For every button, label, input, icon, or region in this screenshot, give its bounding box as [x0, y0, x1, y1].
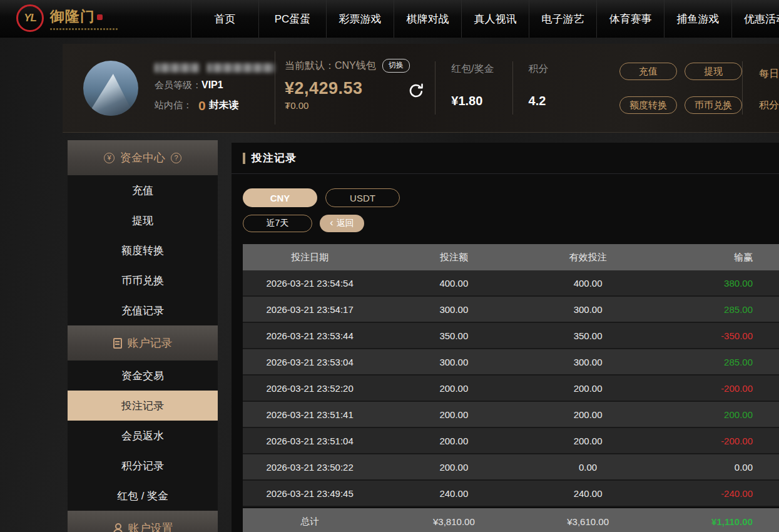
table-footer-row: 总计 ¥3,810.00 ¥3,610.00 ¥1,110.00	[243, 508, 779, 532]
wallet-section: 当前默认：CNY钱包 切换 ¥2,429.53 ₮0.00	[275, 44, 435, 132]
footer-total-winloss: ¥1,110.00	[645, 516, 779, 527]
inbox-unit: 封未读	[209, 99, 239, 112]
nav-item-promotions[interactable]: 优惠活动	[731, 0, 779, 38]
nav-item-pcdandan[interactable]: PC蛋蛋	[258, 0, 326, 38]
bonus-value: ¥1.80	[451, 94, 512, 108]
cell-bet: 200.00	[387, 436, 521, 446]
page-title: 投注记录	[252, 151, 297, 165]
record-book-icon	[113, 338, 122, 349]
sidebar-section-funds-center[interactable]: ¥ 资金中心 ?	[68, 140, 218, 175]
date-range-button[interactable]: 近7天	[243, 215, 312, 232]
cell-valid: 300.00	[521, 304, 655, 315]
username-blur-block	[207, 63, 275, 73]
table-row: 2026-03-21 23:51:41 200.00 200.00 200.00	[243, 402, 779, 428]
footer-total-label: 总计	[243, 516, 377, 528]
cell-winloss: -240.00	[645, 488, 779, 499]
coin-icon: ¥	[104, 153, 115, 163]
table-row: 2026-03-21 23:52:20 200.00 200.00 -200.0…	[243, 376, 779, 402]
quota-transfer-button[interactable]: 额度转换	[619, 96, 677, 114]
cell-winloss: 380.00	[645, 278, 779, 289]
logo-emblem-icon: YL	[16, 4, 44, 32]
withdraw-button[interactable]: 提现	[685, 63, 742, 80]
cell-bet: 300.00	[387, 304, 521, 315]
cell-winloss: -200.00	[645, 383, 779, 394]
cell-valid: 200.00	[521, 409, 655, 420]
avatar[interactable]	[83, 61, 138, 116]
points-section: 积分 4.2	[513, 44, 585, 132]
filters: CNY USDT 近7天 ‹ 返回	[232, 174, 779, 232]
sidebar-item-bet-records[interactable]: 投注记录	[68, 391, 218, 421]
table-row: 2026-03-21 23:53:04 300.00 300.00 285.00	[243, 349, 779, 376]
inbox-unread-count[interactable]: 0	[198, 98, 206, 113]
cell-winloss: 200.00	[645, 409, 779, 420]
cell-date: 2026-03-21 23:49:45	[243, 488, 377, 499]
sidebar-section-account-settings[interactable]: 账户设置	[68, 511, 218, 532]
sidebar-section-account-records[interactable]: 账户记录	[68, 325, 218, 361]
panel-divider	[742, 61, 743, 115]
col-header-valid: 有效投注	[521, 252, 655, 263]
cell-winloss: 0.00	[645, 462, 779, 473]
logo-seal-icon	[97, 14, 103, 20]
clipped-text-daily: 每日	[759, 68, 779, 81]
sidebar-item-deposit[interactable]: 充值	[68, 175, 218, 205]
chevron-left-icon: ‹	[330, 218, 333, 228]
logo-subtitle	[50, 28, 118, 30]
cell-valid: 200.00	[521, 383, 655, 394]
right-clipped-section: 每日 积分	[759, 44, 779, 132]
table-header-row: 投注日期 投注额 有效投注 输赢	[243, 244, 779, 270]
nav-item-live-casino[interactable]: 真人视讯	[461, 0, 529, 38]
coin-exchange-button[interactable]: 币币兑换	[685, 96, 742, 114]
brand-logo[interactable]: YL 御隆门	[16, 4, 118, 32]
cell-bet: 240.00	[387, 488, 521, 499]
sidebar-item-redpacket-bonus[interactable]: 红包 / 奖金	[68, 481, 218, 511]
sidebar-item-coin-exchange[interactable]: 币币兑换	[68, 265, 218, 295]
bonus-section: 红包/奖金 ¥1.80	[435, 44, 512, 132]
username-blur-block	[155, 63, 200, 73]
bonus-label: 红包/奖金	[451, 63, 512, 76]
nav-menu: 首页 PC蛋蛋 彩票游戏 棋牌对战 真人视讯 电子游艺 体育赛事 捕鱼游戏 优惠…	[191, 0, 779, 38]
points-value: 4.2	[529, 94, 585, 108]
sidebar-item-quota-transfer[interactable]: 额度转换	[68, 235, 218, 265]
inbox-label: 站内信：	[155, 100, 192, 111]
nav-item-fishing[interactable]: 捕鱼游戏	[664, 0, 731, 38]
brand-name: 御隆门	[50, 7, 95, 26]
sidebar-item-points-records[interactable]: 积分记录	[68, 451, 218, 481]
cell-valid: 350.00	[521, 330, 655, 341]
cell-valid: 0.00	[521, 462, 655, 473]
help-icon[interactable]: ?	[171, 153, 181, 163]
wallet-switch-button[interactable]: 切换	[382, 59, 410, 73]
nav-item-lottery[interactable]: 彩票游戏	[326, 0, 394, 38]
nav-item-home[interactable]: 首页	[191, 0, 258, 38]
nav-item-slots[interactable]: 电子游艺	[529, 0, 596, 38]
wallet-default-label: 当前默认：CNY钱包	[285, 59, 376, 73]
sidebar-section-title: 资金中心	[120, 150, 165, 165]
sidebar-item-deposit-records[interactable]: 充值记录	[68, 295, 218, 325]
cell-bet: 200.00	[387, 383, 521, 394]
sidebar-section-title: 账户设置	[128, 521, 173, 532]
sidebar-item-fund-transactions[interactable]: 资金交易	[68, 361, 218, 391]
sidebar: ¥ 资金中心 ? 充值 提现 额度转换 币币兑换 充值记录 账户记录 资金交易 …	[68, 140, 218, 532]
cell-valid: 300.00	[521, 357, 655, 367]
cell-date: 2026-03-21 23:54:54	[243, 278, 377, 289]
balance-secondary: ₮0.00	[285, 100, 435, 111]
footer-total-bet: ¥3,810.00	[387, 516, 521, 527]
cell-valid: 240.00	[521, 488, 655, 499]
tab-cny[interactable]: CNY	[243, 188, 317, 207]
main-titlebar: 投注记录	[232, 143, 779, 174]
member-level-value: VIP1	[201, 79, 223, 91]
tab-usdt[interactable]: USDT	[325, 188, 400, 207]
sidebar-item-member-rebate[interactable]: 会员返水	[68, 421, 218, 451]
refresh-icon[interactable]	[407, 83, 425, 100]
deposit-button[interactable]: 充值	[619, 63, 677, 80]
nav-item-boardgames[interactable]: 棋牌对战	[394, 0, 461, 38]
sidebar-item-withdraw[interactable]: 提现	[68, 205, 218, 235]
cell-date: 2026-03-21 23:53:04	[243, 357, 377, 367]
sidebar-section-title: 账户记录	[128, 335, 173, 350]
back-button[interactable]: ‹ 返回	[320, 215, 364, 232]
nav-item-sports[interactable]: 体育赛事	[596, 0, 664, 38]
cell-bet: 200.00	[387, 409, 521, 420]
cell-bet: 300.00	[387, 357, 521, 367]
footer-total-valid: ¥3,610.00	[521, 516, 655, 527]
table-row: 2026-03-21 23:49:45 240.00 240.00 -240.0…	[243, 481, 779, 507]
col-header-date: 投注日期	[243, 252, 377, 263]
